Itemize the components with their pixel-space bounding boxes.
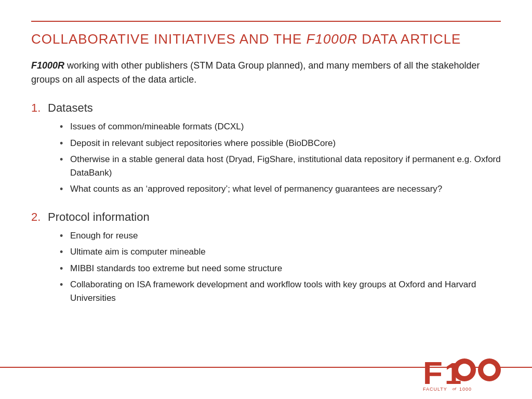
svg-point-3 <box>458 364 471 376</box>
svg-text:of: of <box>453 387 456 391</box>
list-item: Otherwise in a stable general data host … <box>60 153 501 179</box>
list-item: Ultimate aim is computer mineable <box>60 245 501 259</box>
slide-container: COLLABORATIVE INITIATIVES AND THE F1000R… <box>0 0 532 399</box>
section-title-2: Protocol information <box>48 210 150 224</box>
section-datasets: 1. Datasets Issues of common/mineable fo… <box>31 101 501 199</box>
list-item: Issues of common/mineable formats (DCXL) <box>60 120 501 134</box>
datasets-bullet-list: Issues of common/mineable formats (DCXL)… <box>31 120 501 196</box>
svg-text:FACULTY: FACULTY <box>423 387 447 392</box>
svg-text:F: F <box>423 355 443 391</box>
section-protocol: 2. Protocol information Enough for reuse… <box>31 210 501 308</box>
section-heading-1: 1. Datasets <box>31 101 501 115</box>
protocol-bullet-list: Enough for reuse Ultimate aim is compute… <box>31 229 501 305</box>
top-border <box>31 21 501 22</box>
list-item: Collaborating on ISA framework developme… <box>60 278 501 304</box>
section-heading-2: 2. Protocol information <box>31 210 501 224</box>
list-item: Deposit in relevant subject repositories… <box>60 137 501 150</box>
slide-title: COLLABORATIVE INITIATIVES AND THE F1000R… <box>31 31 501 47</box>
list-item: MIBBI standards too extreme but need som… <box>60 262 501 275</box>
svg-point-5 <box>483 364 496 376</box>
svg-text:1000: 1000 <box>459 387 472 392</box>
list-item: What counts as an ‘approved repository’;… <box>60 182 501 196</box>
list-item: Enough for reuse <box>60 229 501 243</box>
section-title-1: Datasets <box>48 101 93 115</box>
section-number-1: 1. <box>31 101 42 115</box>
f1000-logo: F 1 FACULTY of 1000 <box>423 355 506 394</box>
intro-paragraph: F1000R working with other publishers (ST… <box>31 59 501 87</box>
section-number-2: 2. <box>31 210 42 224</box>
